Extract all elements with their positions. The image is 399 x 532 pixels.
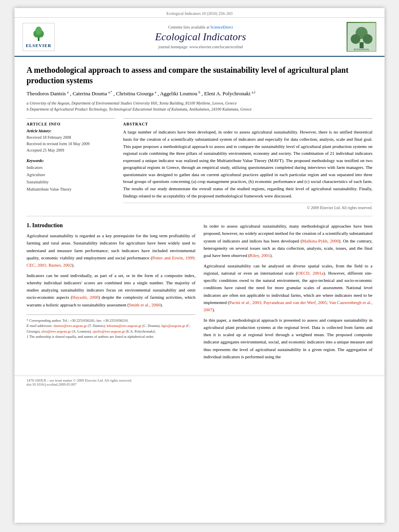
affiliation-b: b Department of Agricultural Product Tec…: [27, 106, 372, 112]
intro-left-column: 1. Introduction Agricultural sustainabil…: [27, 222, 195, 364]
intro-paragraph-2: Indicators can be used individually, as …: [27, 272, 195, 308]
email-polychronaki[interactable]: epolix@env.aegean.gr: [93, 329, 125, 333]
article-info-label: Article Info: [27, 122, 115, 126]
ref-smith[interactable]: Smith et al., 2000: [129, 302, 160, 307]
elsevier-tree-icon: [31, 26, 47, 42]
content-area: A methodological approach to assess and …: [14, 57, 385, 372]
keyword-1: Indicators: [27, 164, 115, 171]
keywords-list: Indicators Agriculture Sustainability Mu…: [27, 164, 115, 193]
svg-point-7: [351, 34, 360, 44]
intro-right-column: In order to assess agricultural sustaina…: [204, 222, 372, 364]
ref-potter[interactable]: Potter and Erwin, 1999; CEC, 2001; Barne…: [27, 255, 195, 267]
journal-title-block: Contents lists available at ScienceDirec…: [55, 25, 346, 49]
section-divider: [27, 216, 372, 216]
ref-hayashi[interactable]: Hayashi, 2000: [72, 295, 99, 300]
elsevier-wordmark: ELSEVIER: [26, 43, 51, 48]
history-label: Article history:: [27, 129, 115, 133]
section-heading: 1. Introduction: [27, 222, 195, 229]
email-giourga[interactable]: hgio@aegean.gr: [161, 324, 185, 328]
received-date: Received 18 February 2008: [27, 134, 115, 141]
bottom-bar: 1470-160X/$ – see front matter © 2009 El…: [14, 376, 385, 389]
abstract-label: Abstract: [123, 122, 372, 126]
footnotes: * Corresponding author. Tel.: +30 225103…: [27, 314, 195, 340]
intro-right-paragraph-3: In this paper, a methodological approach…: [204, 316, 372, 360]
abstract-column: Abstract A large number of indicators ha…: [123, 118, 372, 210]
keyword-4: Multiattribute Value Theory: [27, 186, 115, 193]
ref-pacini[interactable]: Pacini et al., 2003; Payraudeau and van …: [204, 300, 372, 312]
sciencedirect-link[interactable]: ScienceDirect: [210, 25, 233, 29]
email-dantsis[interactable]: dantsis@env.aegean.gr: [53, 324, 87, 328]
journal-title: Ecological Indicators: [55, 31, 346, 43]
journal-homepage: journal homepage: www.elsevier.com/locat…: [55, 45, 346, 49]
article-history: Article history: Received 18 February 20…: [27, 129, 115, 154]
journal-citation: Ecological Indicators 10 (2010) 256–263: [14, 8, 385, 18]
revised-date: Received in revised form 18 May 2009: [27, 141, 115, 147]
article-info-column: Article Info Article history: Received 1…: [27, 118, 115, 210]
email-douma[interactable]: kdouma@env.aegean.gr: [107, 324, 142, 328]
svg-point-4: [35, 27, 42, 35]
accepted-date: Accepted 25 May 2009: [27, 147, 115, 154]
journal-header-area: ELSEVIER Contents lists available at Sci…: [14, 18, 385, 57]
svg-rect-9: [360, 42, 364, 48]
affiliation-a: a University of the Aegean, Department o…: [27, 100, 372, 106]
introduction-section: 1. Introduction Agricultural sustainabil…: [27, 222, 372, 364]
ref-riley[interactable]: Riley, 2001: [250, 253, 270, 258]
elsevier-logo: ELSEVIER: [23, 23, 55, 51]
intro-paragraph-1: Agricultural sustainability is regarded …: [27, 232, 195, 269]
keyword-3: Sustainability: [27, 179, 115, 186]
doi-line: doi:10.1016/j.ecolind.2009.05.007: [27, 382, 372, 386]
footnote-1: 1 The authorship is shared equally, and …: [27, 334, 195, 340]
intro-right-paragraph-2: Agricultural sustainability can be analy…: [204, 262, 372, 313]
intro-right-paragraph-1: In order to assess agricultural sustaina…: [204, 222, 372, 259]
authors-line: Theodoros Dantsis a , Caterina Douma a,*…: [27, 90, 372, 97]
copyright-line: © 2009 Elsevier Ltd. All rights reserved…: [123, 203, 372, 210]
footnote-corresponding: * Corresponding author. Tel.: +30 225103…: [27, 318, 195, 324]
sciencedirect-line: Contents lists available at ScienceDirec…: [55, 25, 346, 29]
svg-text:ECOLOGICAL: ECOLOGICAL: [354, 48, 370, 51]
ref-malkina[interactable]: Malkina-Pykh, 2000: [302, 238, 339, 243]
keywords-section: Keywords: Indicators Agriculture Sustain…: [27, 158, 115, 193]
article-page: Ecological Indicators 10 (2010) 256–263 …: [14, 8, 385, 523]
keyword-2: Agriculture: [27, 171, 115, 179]
article-title: A methodological approach to assess and …: [27, 65, 372, 86]
footnote-emails: E-mail addresses: dantsis@env.aegean.gr …: [27, 323, 195, 334]
affiliations: a University of the Aegean, Department o…: [27, 100, 372, 112]
abstract-text: A large number of indicators have been d…: [123, 129, 372, 199]
email-loumou[interactable]: alou@env.aegean.gr: [41, 329, 71, 333]
svg-point-8: [363, 34, 372, 44]
ref-oecd[interactable]: OECD, 2001a: [297, 271, 323, 275]
article-body-columns: Article Info Article history: Received 1…: [27, 118, 372, 210]
keywords-label: Keywords:: [27, 158, 115, 163]
journal-cover-image: ECOLOGICAL INDICATORS: [346, 22, 376, 52]
issn-line: 1470-160X/$ – see front matter © 2009 El…: [27, 378, 372, 382]
